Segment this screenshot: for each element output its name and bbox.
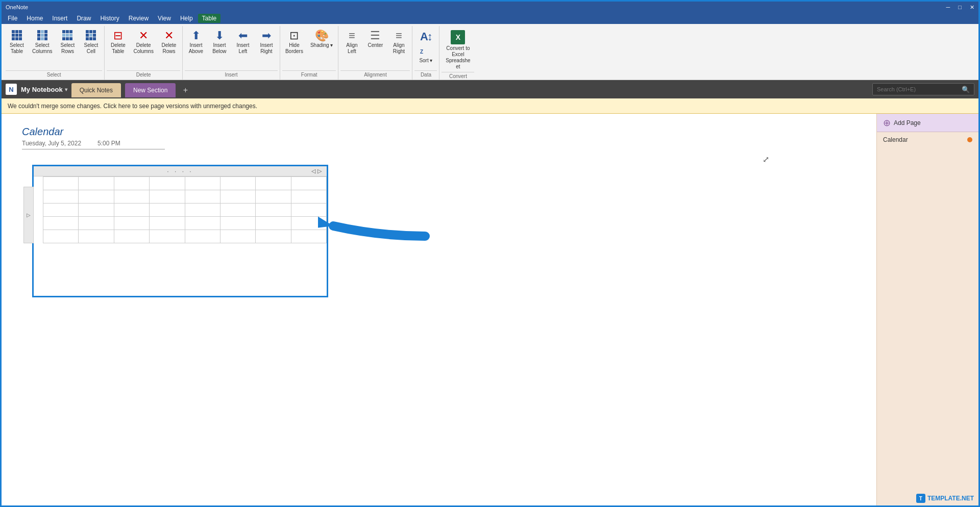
page-unsaved-indicator (967, 137, 972, 142)
table-cell[interactable] (291, 190, 326, 204)
table-cell[interactable] (150, 204, 185, 217)
notebook-title[interactable]: My Notebook ▾ (21, 86, 67, 93)
table-cell[interactable] (79, 204, 114, 217)
align-left-icon: ≡ (349, 30, 355, 41)
table-cell[interactable] (43, 204, 79, 217)
table-row (43, 190, 327, 204)
table-cell[interactable] (256, 230, 291, 243)
table-cell[interactable] (79, 217, 114, 230)
table-cell[interactable] (185, 230, 220, 243)
align-right-icon: ≡ (396, 30, 402, 41)
maximize-btn[interactable]: □ (958, 4, 962, 11)
table-cell[interactable] (79, 230, 114, 243)
shading-icon: 🎨 (315, 30, 329, 41)
minimize-btn[interactable]: ─ (946, 4, 950, 11)
table-cell[interactable] (220, 190, 255, 204)
select-cell-button[interactable]: SelectCell (80, 28, 102, 57)
table-cell[interactable] (150, 177, 185, 190)
notification-bar[interactable]: We couldn't merge some changes. Click he… (2, 98, 978, 114)
tab-quick-notes[interactable]: Quick Notes (71, 83, 121, 97)
table-cell[interactable] (256, 190, 291, 204)
table-cell[interactable] (150, 217, 185, 230)
title-bar: OneNote ─ □ ✕ (2, 2, 978, 13)
ribbon-group-alignment-content: ≡ AlignLeft ☰ Center ≡ AlignRight (340, 26, 410, 70)
table-cell[interactable] (256, 177, 291, 190)
table-row-handle[interactable]: ▷ (23, 187, 34, 243)
close-btn[interactable]: ✕ (970, 4, 974, 11)
select-columns-button[interactable]: SelectColumns (29, 28, 55, 57)
table-cell[interactable] (291, 177, 326, 190)
table-inner-wrapper: ▷ (34, 176, 327, 243)
tab-add-button[interactable]: + (180, 85, 191, 96)
table-cell[interactable] (185, 204, 220, 217)
menu-view[interactable]: View (154, 14, 175, 23)
data-group-label: Data (414, 70, 437, 80)
table-cell[interactable] (43, 177, 79, 190)
insert-above-button[interactable]: ⬆ InsertAbove (185, 28, 207, 57)
expand-icon[interactable]: ⤢ (763, 155, 769, 164)
window-controls[interactable]: ─ □ ✕ (946, 4, 974, 11)
table-cell[interactable] (220, 230, 255, 243)
table-cell[interactable] (114, 177, 149, 190)
delete-table-button[interactable]: ⊟ DeleteTable (107, 28, 129, 57)
table-cell[interactable] (43, 190, 79, 204)
notification-message: We couldn't merge some changes. Click he… (8, 103, 257, 110)
align-left-button[interactable]: ≡ AlignLeft (340, 28, 363, 57)
alignment-group-label: Alignment (340, 70, 410, 80)
table-cell[interactable] (43, 217, 79, 230)
table-cell[interactable] (220, 177, 255, 190)
menu-insert[interactable]: Insert (48, 14, 71, 23)
page-date: Tuesday, July 5, 2022 (22, 140, 81, 147)
table-cell[interactable] (256, 204, 291, 217)
center-button[interactable]: ☰ Center (364, 28, 386, 50)
add-page-button[interactable]: ⊕ Add Page (877, 114, 978, 132)
sort-button[interactable]: A↕Z Sort ▾ (414, 28, 437, 66)
menu-draw[interactable]: Draw (72, 14, 95, 23)
menu-home[interactable]: Home (22, 14, 47, 23)
table-drag-handle[interactable]: · · · · ◁▷ (34, 166, 327, 176)
menu-review[interactable]: Review (125, 14, 153, 23)
notebook-bar: N My Notebook ▾ Quick Notes New Section … (2, 80, 978, 98)
table-cell[interactable] (114, 217, 149, 230)
menu-table[interactable]: Table (198, 14, 221, 23)
table-container[interactable]: · · · · ◁▷ ▷ (32, 165, 328, 297)
table-cell[interactable] (79, 177, 114, 190)
align-right-button[interactable]: ≡ AlignRight (387, 28, 410, 57)
insert-right-button[interactable]: ➡ InsertRight (255, 28, 278, 57)
tab-new-section[interactable]: New Section (125, 83, 176, 97)
table-cell[interactable] (114, 230, 149, 243)
menu-file[interactable]: File (4, 14, 21, 23)
convert-excel-button[interactable]: X Convert to ExcelSpreadsheet (442, 28, 474, 72)
table-row (43, 217, 327, 230)
table-cell[interactable] (185, 177, 220, 190)
hide-borders-button[interactable]: ⊡ HideBorders (282, 28, 306, 57)
table-cell[interactable] (256, 217, 291, 230)
table-cell[interactable] (185, 217, 220, 230)
search-input[interactable] (877, 86, 959, 92)
delete-columns-button[interactable]: ✕ DeleteColumns (130, 28, 156, 57)
inner-table[interactable] (43, 176, 327, 243)
table-cell[interactable] (150, 190, 185, 204)
menu-history[interactable]: History (96, 14, 123, 23)
insert-left-button[interactable]: ⬅ InsertLeft (232, 28, 254, 57)
table-resize-handle[interactable]: ◁▷ (311, 168, 324, 174)
shading-button[interactable]: 🎨 Shading ▾ (307, 28, 336, 50)
table-cell[interactable] (220, 217, 255, 230)
insert-left-icon: ⬅ (238, 30, 248, 41)
table-cell[interactable] (150, 230, 185, 243)
table-cell[interactable] (220, 204, 255, 217)
table-cell[interactable] (114, 204, 149, 217)
menu-help[interactable]: Help (176, 14, 197, 23)
delete-table-icon: ⊟ (113, 30, 122, 41)
delete-rows-button[interactable]: ✕ DeleteRows (158, 28, 180, 57)
table-cell[interactable] (79, 190, 114, 204)
search-bar[interactable]: 🔍 (872, 83, 974, 95)
watermark: T TEMPLATE.NET (916, 494, 974, 503)
table-cell[interactable] (185, 190, 220, 204)
page-item-calendar[interactable]: Calendar (877, 132, 978, 147)
table-cell[interactable] (114, 190, 149, 204)
select-table-button[interactable]: SelectTable (6, 28, 28, 57)
select-rows-button[interactable]: SelectRows (56, 28, 79, 57)
table-cell[interactable] (43, 230, 79, 243)
insert-below-button[interactable]: ⬇ InsertBelow (208, 28, 231, 57)
